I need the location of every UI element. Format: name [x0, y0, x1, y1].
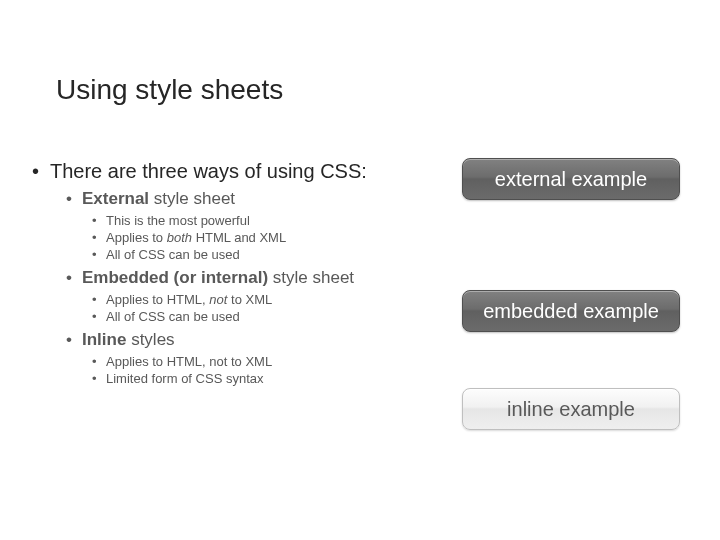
detail-line: All of CSS can be used — [92, 247, 442, 262]
button-label: external example — [495, 168, 647, 191]
item-heading: External style sheet — [66, 189, 442, 209]
item-embedded-details: Applies to HTML, not to XML All of CSS c… — [92, 292, 442, 324]
button-label: embedded example — [483, 300, 659, 323]
button-label: inline example — [507, 398, 635, 421]
intro-line: There are three ways of using CSS: — [32, 160, 442, 183]
item-external: External style sheet — [66, 189, 442, 209]
detail-line: This is the most powerful — [92, 213, 442, 228]
item-heading-suffix: style sheet — [149, 189, 235, 208]
item-heading-suffix: style sheet — [268, 268, 354, 287]
slide: Using style sheets There are three ways … — [0, 0, 720, 540]
item-heading-prefix: Embedded (or internal) — [82, 268, 268, 287]
detail-line: Applies to HTML, not to XML — [92, 292, 442, 307]
inline-example-button[interactable]: inline example — [462, 388, 680, 430]
item-embedded: Embedded (or internal) style sheet — [66, 268, 442, 288]
content-area: There are three ways of using CSS: Exter… — [32, 160, 442, 392]
detail-line: Applies to both HTML and XML — [92, 230, 442, 245]
slide-title: Using style sheets — [56, 74, 283, 106]
detail-line: All of CSS can be used — [92, 309, 442, 324]
item-heading-prefix: External — [82, 189, 149, 208]
detail-line: Limited form of CSS syntax — [92, 371, 442, 386]
external-example-button[interactable]: external example — [462, 158, 680, 200]
item-inline: Inline styles — [66, 330, 442, 350]
detail-line: Applies to HTML, not to XML — [92, 354, 442, 369]
item-heading-suffix: styles — [126, 330, 174, 349]
item-heading: Inline styles — [66, 330, 442, 350]
embedded-example-button[interactable]: embedded example — [462, 290, 680, 332]
item-external-details: This is the most powerful Applies to bot… — [92, 213, 442, 262]
item-inline-details: Applies to HTML, not to XML Limited form… — [92, 354, 442, 386]
item-heading-prefix: Inline — [82, 330, 126, 349]
item-heading: Embedded (or internal) style sheet — [66, 268, 442, 288]
